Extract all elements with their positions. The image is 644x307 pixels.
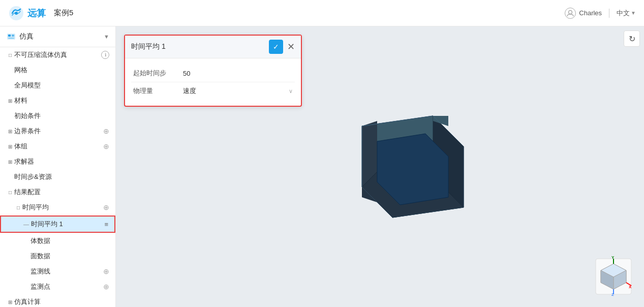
tree-item-volume-group: ⊞ 体组 ⊕ <box>0 139 115 154</box>
sidebar-item-volume-group[interactable]: ⊞ 体组 ⊕ <box>0 139 115 154</box>
svg-text:Z: Z <box>611 292 614 297</box>
sidebar-item-timestep[interactable]: 时间步&资源 <box>0 169 115 185</box>
label-solver: 求解器 <box>14 157 109 166</box>
svg-point-2 <box>569 10 572 14</box>
sidebar-item-global-model[interactable]: 全局模型 <box>0 78 115 93</box>
tree-item-time-average-1: — 时间平均 1 ≡ <box>0 216 115 233</box>
sidebar-item-volume-data[interactable]: 体数据 <box>0 233 115 249</box>
label-global-model: 全局模型 <box>14 81 109 90</box>
svg-text:Y: Y <box>611 256 615 260</box>
label-time-average-1: 时间平均 1 <box>31 220 104 229</box>
tree-item-mesh: 网格 <box>0 63 115 78</box>
sidebar-item-monitor-line[interactable]: 监测线 ⊕ <box>0 264 115 279</box>
expand-icon-incompressible: □ <box>6 51 14 59</box>
sidebar-dropdown-icon[interactable]: ▼ <box>104 34 109 40</box>
time-average-panel: 时间平均 1 ✓ ✕ 起始时间步 50 物理量 速度 ∨ <box>124 35 302 107</box>
info-icon-incompressible: ℹ <box>101 51 109 59</box>
sidebar-item-sim-calc[interactable]: ⊞ 仿真计算 <box>0 294 115 307</box>
tree-item-initial-conditions: 初始条件 <box>0 108 115 124</box>
sidebar-item-time-average-1[interactable]: — 时间平均 1 ≡ <box>0 216 115 233</box>
svg-marker-14 <box>362 185 377 202</box>
logo-icon <box>8 5 24 21</box>
sidebar-item-boundary-conditions[interactable]: ⊞ 边界条件 ⊕ <box>0 124 115 139</box>
user-area[interactable]: Charles <box>565 8 602 19</box>
label-monitor-point: 监测点 <box>30 282 103 291</box>
tree-item-time-average: □ 时间平均 ⊕ <box>0 200 115 215</box>
sidebar-item-initial-conditions[interactable]: 初始条件 <box>0 108 115 124</box>
label-materials: 材料 <box>14 96 109 105</box>
project-name: 案例5 <box>54 8 73 18</box>
header-left: 远算 案例5 <box>8 5 73 21</box>
sidebar-item-mesh[interactable]: 网格 <box>0 63 115 78</box>
expand-icon-materials: ⊞ <box>6 97 14 105</box>
expand-icon-sim-calc: ⊞ <box>6 298 14 306</box>
svg-rect-3 <box>7 34 15 40</box>
header-right: Charles 中文 ▼ <box>565 8 636 19</box>
add-icon-monitor-line[interactable]: ⊕ <box>103 267 109 275</box>
tree-item-sim-calc: ⊞ 仿真计算 <box>0 294 115 307</box>
label-sim-calc: 仿真计算 <box>14 297 109 306</box>
expand-icon-solver: ⊞ <box>6 158 14 166</box>
logo-text: 远算 <box>27 7 46 19</box>
label-surface-data: 面数据 <box>30 252 109 261</box>
label-results-config: 结果配置 <box>14 188 109 197</box>
field-label-start-timestep: 起始时间步 <box>133 69 179 78</box>
label-volume-data: 体数据 <box>30 236 109 245</box>
sidebar: 仿真 ▼ □ 不可压缩流体仿真 ℹ 网格 全局模型 <box>0 26 116 307</box>
svg-rect-4 <box>8 35 11 37</box>
chevron-down-icon: ▼ <box>631 10 636 16</box>
sidebar-item-time-average[interactable]: □ 时间平均 ⊕ <box>0 200 115 215</box>
sidebar-item-materials[interactable]: ⊞ 材料 <box>0 93 115 108</box>
field-value-physics-quantity: 速度 <box>183 86 196 96</box>
panel-close-button[interactable]: ✕ <box>287 42 295 51</box>
add-icon-time-average[interactable]: ⊕ <box>103 203 109 211</box>
axis-svg: Y X Z <box>593 256 634 297</box>
main-layout: 仿真 ▼ □ 不可压缩流体仿真 ℹ 网格 全局模型 <box>0 26 644 307</box>
label-incompressible: 不可压缩流体仿真 <box>14 50 101 59</box>
add-icon-monitor-point[interactable]: ⊕ <box>103 283 109 291</box>
refresh-button[interactable]: ↻ <box>624 30 640 47</box>
expand-icon-volume-group: ⊞ <box>6 142 14 150</box>
sidebar-item-monitor-point[interactable]: 监测点 ⊕ <box>0 279 115 294</box>
expand-icon-boundary: ⊞ <box>6 127 14 135</box>
tree-item-volume-data: 体数据 <box>0 233 115 249</box>
sidebar-item-solver[interactable]: ⊞ 求解器 <box>0 154 115 169</box>
sidebar-title-area: 仿真 <box>6 32 34 42</box>
label-timestep: 时间步&资源 <box>14 172 109 181</box>
tree-item-timestep: 时间步&资源 <box>0 169 115 185</box>
label-mesh: 网格 <box>14 66 109 75</box>
tree-item-monitor-point: 监测点 ⊕ <box>0 279 115 294</box>
header-divider <box>609 9 609 18</box>
expand-icon-time-average: □ <box>14 203 22 211</box>
panel-confirm-button[interactable]: ✓ <box>269 40 283 54</box>
header: 远算 案例5 Charles 中文 ▼ <box>0 0 644 26</box>
add-icon-volume-group[interactable]: ⊕ <box>103 142 109 150</box>
label-volume-group: 体组 <box>14 142 103 151</box>
language-selector[interactable]: 中文 ▼ <box>617 9 636 18</box>
sidebar-header: 仿真 ▼ <box>0 26 115 47</box>
tree-item-surface-data: 面数据 <box>0 249 115 264</box>
sidebar-item-incompressible[interactable]: □ 不可压缩流体仿真 ℹ <box>0 47 115 63</box>
sidebar-title: 仿真 <box>19 32 34 41</box>
panel-body: 起始时间步 50 物理量 速度 ∨ <box>125 58 301 106</box>
sidebar-item-results-config[interactable]: □ 结果配置 <box>0 185 115 200</box>
menu-icon-time-average-1[interactable]: ≡ <box>104 221 108 228</box>
simulation-icon <box>6 32 16 42</box>
tree-item-monitor-line: 监测线 ⊕ <box>0 264 115 279</box>
add-icon-boundary[interactable]: ⊕ <box>103 127 109 135</box>
cube-svg <box>331 85 494 248</box>
field-start-timestep: 起始时间步 50 <box>131 65 295 82</box>
svg-text:X: X <box>629 285 632 289</box>
tree-item-incompressible: □ 不可压缩流体仿真 ℹ <box>0 47 115 63</box>
tree-item-materials: ⊞ 材料 <box>0 93 115 108</box>
field-select-physics-quantity[interactable]: 速度 ∨ <box>179 86 293 96</box>
panel-title: 时间平均 1 <box>131 42 166 51</box>
language-label: 中文 <box>617 9 630 18</box>
panel-actions: ✓ ✕ <box>269 40 295 54</box>
svg-rect-5 <box>12 35 14 37</box>
field-label-physics-quantity: 物理量 <box>133 86 179 96</box>
label-monitor-line: 监测线 <box>30 267 103 276</box>
label-boundary-conditions: 边界条件 <box>14 127 103 136</box>
sidebar-item-surface-data[interactable]: 面数据 <box>0 249 115 264</box>
field-value-start-timestep[interactable]: 50 <box>179 70 293 77</box>
